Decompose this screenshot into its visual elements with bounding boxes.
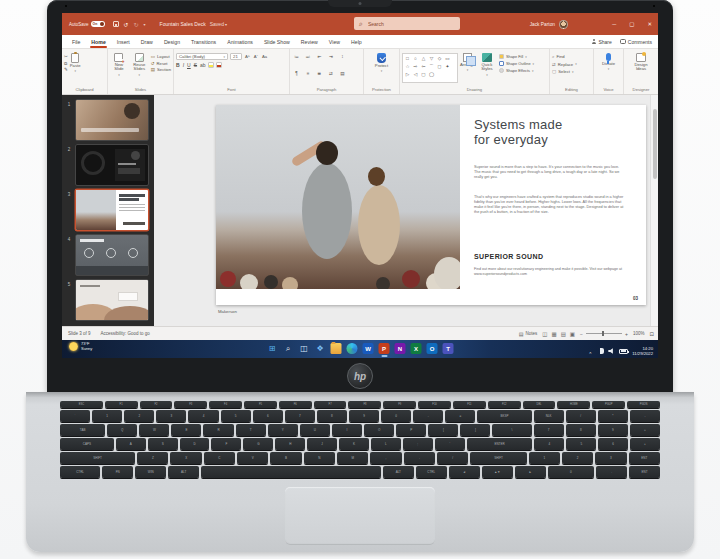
key-8[interactable]: 8 <box>566 424 596 436</box>
key-o[interactable]: O <box>364 424 394 436</box>
key-win[interactable]: WIN <box>135 466 166 478</box>
key-*[interactable]: * <box>598 410 628 422</box>
slide-thumbnail-5[interactable] <box>76 280 148 320</box>
battery-icon[interactable] <box>619 349 628 354</box>
key-6[interactable]: 6 <box>253 410 283 422</box>
document-title[interactable]: Fountain Sales Deck Saved <box>160 21 227 27</box>
key-7[interactable]: 7 <box>285 410 315 422</box>
key-ctrl[interactable]: CTRL <box>416 466 447 478</box>
key-0[interactable]: 0 <box>381 410 411 422</box>
key-9[interactable]: 9 <box>598 424 628 436</box>
undo-icon[interactable] <box>124 21 129 28</box>
key-bksp[interactable]: BKSP <box>477 410 531 422</box>
clipboard-tool[interactable]: ✂ <box>64 54 68 59</box>
search-box[interactable] <box>354 17 460 30</box>
widgets-icon[interactable]: ❖ <box>315 343 326 354</box>
start-icon[interactable]: ⊞ <box>267 343 278 354</box>
font-size-tool[interactable]: Aa <box>261 54 268 59</box>
teams-icon[interactable]: T <box>443 343 454 354</box>
shape-button[interactable]: ▢ <box>420 71 427 78</box>
key-f8[interactable]: F8 <box>348 401 381 408</box>
key-alt[interactable]: ALT <box>383 466 414 478</box>
clock[interactable]: 14:2011/29/2022 <box>632 346 653 356</box>
current-slide[interactable]: Systems made for everyday Superior sound… <box>216 105 646 305</box>
key-v[interactable]: V <box>237 452 268 464</box>
zoom-slider-thumb[interactable] <box>602 331 605 336</box>
key-ent[interactable]: ENT <box>629 466 660 478</box>
shape-button[interactable]: ▭ <box>444 55 451 62</box>
key-+[interactable]: + <box>630 424 660 436</box>
shape-button[interactable]: ⇨ <box>412 63 419 70</box>
font-style-button[interactable]: B <box>176 62 180 68</box>
key-/[interactable]: / <box>437 452 468 464</box>
key-6[interactable]: 6 <box>598 438 628 450</box>
key-5[interactable]: 5 <box>566 438 596 450</box>
key-b[interactable]: B <box>270 452 301 464</box>
clipboard-tool[interactable]: ✎ <box>64 67 68 72</box>
speaker-icon[interactable] <box>608 348 615 354</box>
file-explorer-icon[interactable] <box>331 343 342 354</box>
key-del[interactable]: DEL <box>523 401 556 408</box>
slide-thumbnail-3-selected[interactable] <box>76 190 148 230</box>
fit-slide-icon[interactable] <box>649 331 654 337</box>
autosave-toggle[interactable]: AutoSave On <box>69 21 105 27</box>
layout-button[interactable]: ▭Layout <box>151 54 171 59</box>
autosave-pill[interactable]: On <box>91 21 105 27</box>
quick-styles-button[interactable]: Quick Styles <box>477 51 497 86</box>
avatar[interactable] <box>559 20 568 29</box>
key-e[interactable]: E <box>171 424 201 436</box>
shape-outline-button[interactable]: Shape Outline <box>499 61 534 66</box>
key-0[interactable]: 0 <box>548 466 594 478</box>
tab-review[interactable]: Review <box>300 37 319 47</box>
search-input[interactable] <box>366 20 446 28</box>
edge-icon[interactable] <box>347 343 358 354</box>
key-4[interactable]: 4 <box>188 410 218 422</box>
key-5[interactable]: 5 <box>221 410 251 422</box>
shape-effects-button[interactable]: Shape Effects <box>499 68 534 73</box>
paragraph-tool[interactable]: ≕ <box>304 54 313 69</box>
key-g[interactable]: G <box>243 438 273 450</box>
key-fn[interactable]: FN <box>102 466 133 478</box>
share-button[interactable]: Share <box>591 39 611 45</box>
key-3[interactable]: 3 <box>156 410 186 422</box>
key-7[interactable]: 7 <box>534 424 564 436</box>
key-f5[interactable]: F5 <box>244 401 277 408</box>
font-style-button[interactable]: S <box>194 62 197 68</box>
key-p[interactable]: P <box>396 424 426 436</box>
tab-transitions[interactable]: Transitions <box>190 37 217 47</box>
view-mode-button[interactable]: ◫ <box>542 331 547 337</box>
arrange-button[interactable]: Arrange <box>460 51 475 86</box>
key-1[interactable]: 1 <box>92 410 122 422</box>
tab-draw[interactable]: Draw <box>140 37 154 47</box>
key-l[interactable]: L <box>371 438 401 450</box>
restore-button[interactable]: ▢ <box>629 21 634 27</box>
select-button[interactable]: ▢Select <box>552 69 577 74</box>
reuse-slides-button[interactable]: Reuse Slides <box>130 51 149 86</box>
key-pgdn[interactable]: PGDN <box>627 401 660 408</box>
key-f2[interactable]: F2 <box>140 401 173 408</box>
paragraph-tool[interactable]: ⇤ <box>315 54 324 69</box>
shape-button[interactable]: ✦ <box>444 63 451 70</box>
key-f6[interactable]: F6 <box>279 401 312 408</box>
key-+[interactable]: + <box>630 438 660 450</box>
key-8[interactable]: 8 <box>317 410 347 422</box>
key-t[interactable]: T <box>236 424 266 436</box>
key-k[interactable]: K <box>339 438 369 450</box>
shape-button[interactable]: ☆ <box>404 63 411 70</box>
accessibility-status[interactable]: Accessibility: Good to go <box>101 331 150 336</box>
close-button[interactable]: ✕ <box>647 21 652 27</box>
key-/[interactable]: / <box>566 410 596 422</box>
shape-button[interactable]: ⇦ <box>420 63 427 70</box>
paragraph-tool[interactable]: ▤ <box>338 71 347 86</box>
paragraph-tool[interactable]: ≡ <box>304 71 313 86</box>
key-▲▼[interactable]: ▲▼ <box>482 466 513 478</box>
new-slide-button[interactable]: New Slide <box>110 51 128 86</box>
tab-help[interactable]: Help <box>350 37 363 47</box>
key-2[interactable]: 2 <box>124 410 154 422</box>
key-◄[interactable]: ◄ <box>449 466 480 478</box>
key-f[interactable]: F <box>211 438 241 450</box>
powerpoint-icon[interactable]: P <box>379 343 390 354</box>
comments-button[interactable]: Comments <box>620 39 652 45</box>
key-c[interactable]: C <box>204 452 235 464</box>
key-w[interactable]: W <box>139 424 169 436</box>
